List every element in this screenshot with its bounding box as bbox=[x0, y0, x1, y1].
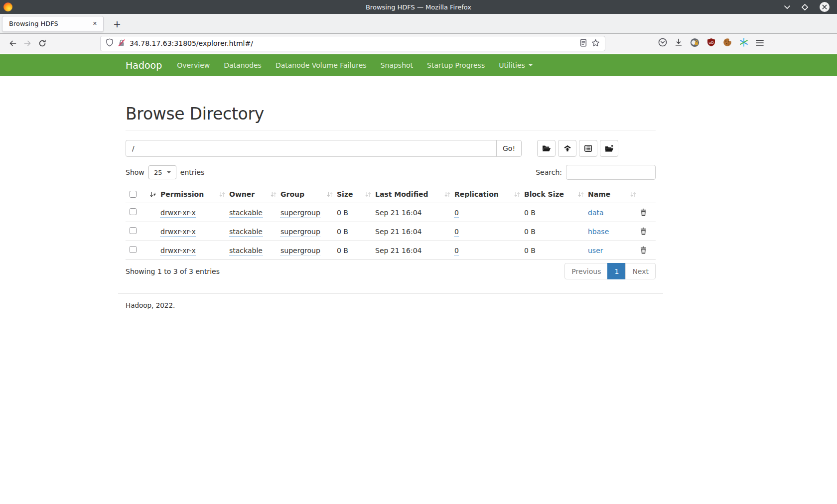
delete-button[interactable] bbox=[640, 209, 647, 216]
header-actions bbox=[640, 186, 656, 203]
header-select-all[interactable] bbox=[126, 186, 160, 203]
go-button[interactable]: Go! bbox=[496, 140, 522, 157]
create-directory-button[interactable] bbox=[537, 140, 556, 157]
header-permission[interactable]: Permission bbox=[160, 186, 229, 203]
entries-label: entries bbox=[180, 168, 205, 176]
url-bar[interactable]: 34.78.17.63:31805/explorer.html#/ bbox=[100, 36, 605, 51]
sort-icon bbox=[514, 191, 520, 198]
hadoop-brand[interactable]: Hadoop bbox=[126, 60, 162, 71]
nav-item-startup-progress[interactable]: Startup Progress bbox=[420, 61, 492, 69]
trash-icon bbox=[640, 247, 647, 254]
search-input[interactable] bbox=[566, 165, 656, 180]
forward-icon[interactable] bbox=[20, 36, 35, 51]
group-value[interactable]: supergroup bbox=[280, 209, 320, 218]
row-checkbox[interactable] bbox=[130, 208, 137, 215]
pagination: Previous 1 Next bbox=[564, 263, 656, 279]
sort-icon bbox=[578, 191, 584, 198]
select-caret-icon bbox=[167, 171, 171, 175]
pagination-previous[interactable]: Previous bbox=[564, 263, 608, 279]
sort-icon bbox=[327, 191, 333, 198]
tab-close-icon[interactable]: ✕ bbox=[91, 19, 99, 28]
nav-item-snapshot[interactable]: Snapshot bbox=[374, 61, 420, 69]
table-header-row: Permission Owner Group Size bbox=[126, 186, 656, 203]
directory-link[interactable]: data bbox=[588, 209, 604, 217]
header-block-size[interactable]: Block Size bbox=[524, 186, 588, 203]
nav-item-datanode-volume-failures[interactable]: Datanode Volume Failures bbox=[269, 61, 374, 69]
minimize-icon[interactable] bbox=[784, 5, 791, 9]
footer-divider bbox=[118, 293, 663, 294]
show-label: Show bbox=[126, 168, 144, 176]
browser-tab[interactable]: Browsing HDFS ✕ bbox=[2, 16, 104, 32]
owner-value[interactable]: stackable bbox=[229, 209, 263, 218]
trash-icon bbox=[640, 209, 647, 216]
group-value[interactable]: supergroup bbox=[280, 228, 320, 237]
back-icon[interactable] bbox=[5, 36, 20, 51]
pocket-icon[interactable] bbox=[658, 38, 667, 49]
sort-icon bbox=[219, 191, 225, 198]
directory-link[interactable]: user bbox=[588, 247, 603, 254]
sparkle-extension-icon[interactable] bbox=[739, 38, 748, 49]
nav-item-datanodes[interactable]: Datanodes bbox=[217, 61, 269, 69]
upload-files-button[interactable] bbox=[558, 140, 576, 157]
header-group[interactable]: Group bbox=[280, 186, 337, 203]
header-size[interactable]: Size bbox=[337, 186, 375, 203]
table-row: drwxr-xr-x stackable supergroup 0 B Sep … bbox=[126, 222, 656, 241]
folder-upload-icon bbox=[605, 145, 614, 152]
sort-icon bbox=[444, 191, 450, 198]
replication-value[interactable]: 0 bbox=[454, 209, 459, 218]
sort-icon bbox=[630, 191, 636, 198]
url-text[interactable]: 34.78.17.63:31805/explorer.html#/ bbox=[130, 39, 575, 47]
permission-value[interactable]: drwxr-xr-x bbox=[160, 209, 196, 218]
size-value: 0 B bbox=[337, 209, 348, 217]
header-replication[interactable]: Replication bbox=[454, 186, 524, 203]
cookie-extension-icon[interactable] bbox=[723, 38, 732, 49]
header-last-modified[interactable]: Last Modified bbox=[375, 186, 454, 203]
pagination-next[interactable]: Next bbox=[625, 263, 656, 279]
group-value[interactable]: supergroup bbox=[280, 247, 320, 256]
tab-bar: Browsing HDFS ✕ + bbox=[0, 14, 837, 34]
owner-value[interactable]: stackable bbox=[229, 247, 263, 256]
table-row: drwxr-xr-x stackable supergroup 0 B Sep … bbox=[126, 241, 656, 260]
privacy-extension-icon[interactable] bbox=[690, 38, 699, 49]
replication-value[interactable]: 0 bbox=[454, 228, 459, 237]
delete-button[interactable] bbox=[640, 247, 647, 254]
downloads-icon[interactable] bbox=[675, 38, 683, 48]
replication-value[interactable]: 0 bbox=[454, 247, 459, 256]
permission-value[interactable]: drwxr-xr-x bbox=[160, 247, 196, 256]
insecure-lock-icon[interactable] bbox=[118, 39, 125, 48]
firefox-logo-icon bbox=[3, 2, 12, 11]
menu-hamburger-icon[interactable] bbox=[756, 39, 764, 48]
row-checkbox[interactable] bbox=[130, 227, 137, 234]
size-value: 0 B bbox=[337, 247, 348, 254]
tab-title: Browsing HDFS bbox=[9, 20, 58, 27]
ublock-extension-icon[interactable]: uO bbox=[707, 38, 715, 49]
select-all-checkbox[interactable] bbox=[130, 191, 137, 198]
maximize-icon[interactable] bbox=[801, 3, 809, 11]
reload-icon[interactable] bbox=[35, 36, 50, 51]
list-alt-icon bbox=[584, 145, 592, 152]
folder-open-icon bbox=[542, 145, 551, 152]
shield-icon[interactable] bbox=[106, 38, 114, 48]
footer-text: Hadoop, 2022. bbox=[126, 301, 656, 309]
sort-active-icon bbox=[149, 191, 156, 198]
header-owner[interactable]: Owner bbox=[229, 186, 280, 203]
permission-value[interactable]: drwxr-xr-x bbox=[160, 228, 196, 237]
close-window-button[interactable] bbox=[819, 1, 830, 12]
nav-item-utilities[interactable]: Utilities bbox=[492, 61, 540, 69]
delete-button[interactable] bbox=[640, 228, 647, 235]
cut-paste-button[interactable] bbox=[579, 140, 597, 157]
row-checkbox[interactable] bbox=[130, 246, 137, 253]
folder-upload-button[interactable] bbox=[600, 140, 618, 157]
directory-path-input[interactable] bbox=[126, 140, 497, 157]
bookmark-star-icon[interactable] bbox=[591, 39, 600, 48]
header-name[interactable]: Name bbox=[588, 186, 640, 203]
owner-value[interactable]: stackable bbox=[229, 228, 263, 237]
caret-down-icon bbox=[529, 64, 533, 68]
new-tab-button[interactable]: + bbox=[111, 17, 124, 30]
directory-link[interactable]: hbase bbox=[588, 228, 609, 236]
reader-mode-icon[interactable] bbox=[580, 39, 587, 48]
block-size-value: 0 B bbox=[524, 247, 536, 254]
page-size-select[interactable]: 25 bbox=[148, 165, 176, 179]
nav-item-overview[interactable]: Overview bbox=[170, 61, 217, 69]
pagination-page-1[interactable]: 1 bbox=[607, 263, 626, 279]
